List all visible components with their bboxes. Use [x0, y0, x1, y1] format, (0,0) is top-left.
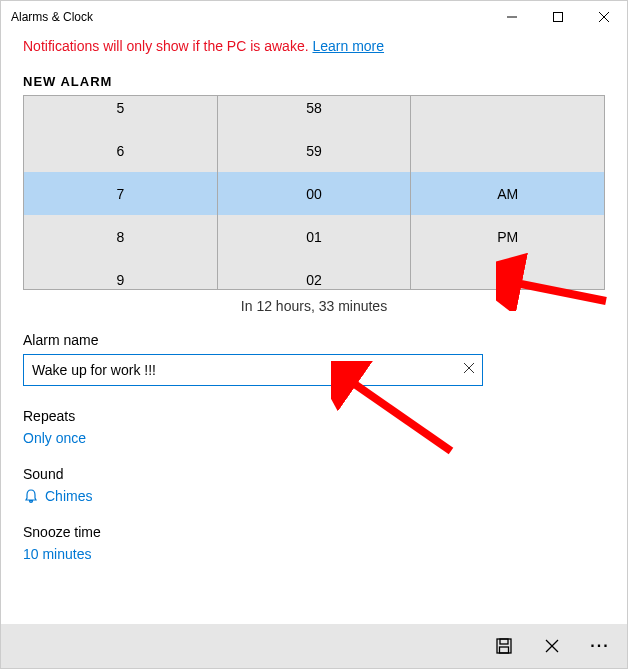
alarm-name-input[interactable] [23, 354, 483, 386]
time-picker[interactable]: 5 6 7 8 9 58 59 00 01 02 AM PM [23, 95, 605, 290]
repeats-value[interactable]: Only once [23, 430, 605, 446]
ampm-column[interactable]: AM PM [411, 96, 604, 289]
minute-cell[interactable]: 59 [218, 129, 411, 172]
window-title: Alarms & Clock [11, 10, 489, 24]
hour-column[interactable]: 5 6 7 8 9 [24, 96, 218, 289]
bell-icon [23, 488, 39, 504]
alarm-name-label: Alarm name [23, 332, 605, 348]
notification-banner: Notifications will only show if the PC i… [23, 38, 605, 54]
clear-icon[interactable] [463, 362, 475, 377]
hour-cell[interactable]: 6 [24, 129, 217, 172]
minute-cell[interactable]: 58 [218, 86, 411, 129]
ampm-cell [411, 258, 604, 301]
ampm-cell[interactable]: PM [411, 215, 604, 258]
svg-rect-8 [500, 647, 509, 653]
ampm-cell [411, 129, 604, 172]
close-button[interactable] [581, 1, 627, 33]
save-icon[interactable] [495, 637, 513, 655]
minute-cell[interactable]: 02 [218, 258, 411, 301]
minute-column[interactable]: 58 59 00 01 02 [218, 96, 412, 289]
maximize-button[interactable] [535, 1, 581, 33]
sound-label: Sound [23, 466, 605, 482]
notification-text: Notifications will only show if the PC i… [23, 38, 312, 54]
minute-cell[interactable]: 01 [218, 215, 411, 258]
ampm-cell[interactable]: AM [411, 172, 604, 215]
snooze-value[interactable]: 10 minutes [23, 546, 605, 562]
alarm-name-field-wrap [23, 354, 483, 386]
snooze-label: Snooze time [23, 524, 605, 540]
svg-rect-1 [554, 13, 563, 22]
titlebar: Alarms & Clock [1, 1, 627, 33]
cancel-icon[interactable] [543, 637, 561, 655]
window-controls [489, 1, 627, 33]
hour-cell[interactable]: 9 [24, 258, 217, 301]
sound-value[interactable]: Chimes [45, 488, 92, 504]
repeats-label: Repeats [23, 408, 605, 424]
more-icon[interactable]: ··· [591, 637, 609, 655]
ampm-cell [411, 86, 604, 129]
learn-more-link[interactable]: Learn more [312, 38, 384, 54]
minimize-button[interactable] [489, 1, 535, 33]
hour-cell[interactable]: 8 [24, 215, 217, 258]
hour-cell[interactable]: 5 [24, 86, 217, 129]
minute-cell[interactable]: 00 [218, 172, 411, 215]
svg-rect-7 [500, 639, 508, 644]
hour-cell[interactable]: 7 [24, 172, 217, 215]
command-bar: ··· [1, 624, 627, 668]
